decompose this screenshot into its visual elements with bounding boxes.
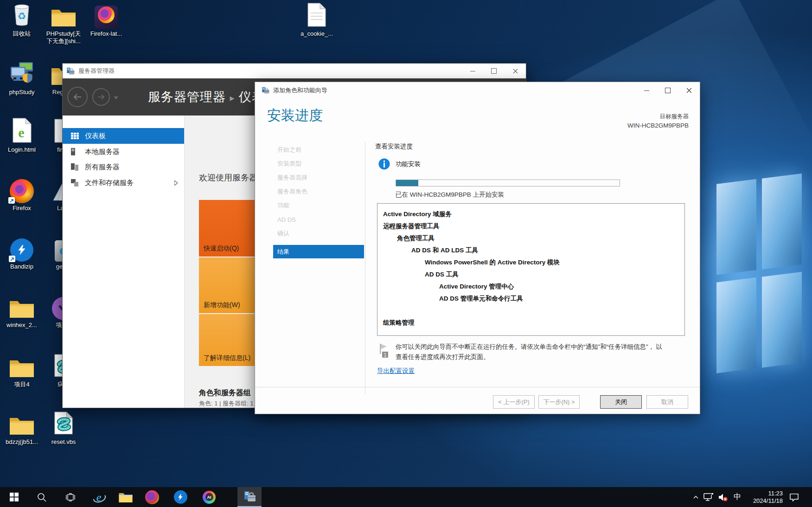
start-button[interactable] <box>3 487 25 507</box>
step-features[interactable]: 功能 <box>277 200 289 211</box>
icon-label: Login.html <box>2 146 42 154</box>
desktop-icon-xiangmu4-folder[interactable]: 项目4 <box>2 354 42 388</box>
step-ad-ds[interactable]: AD DS <box>277 214 296 225</box>
sidebar-item-label: 仪表板 <box>85 132 106 141</box>
sidebar-item-file-storage-services[interactable]: 文件和存储服务 <box>63 175 184 191</box>
result-item: 远程服务器管理工具 <box>377 220 684 232</box>
info-icon <box>378 158 390 172</box>
server-icon <box>71 148 79 155</box>
tray-network-button[interactable] <box>701 487 716 507</box>
icon-label: bdzzj(jb51... <box>2 438 42 446</box>
network-icon <box>703 493 714 501</box>
sidebar-item-local-server[interactable]: 本地服务器 <box>63 144 184 160</box>
icon-label: winhex_2... <box>2 321 42 329</box>
desktop-icon-winhex-folder[interactable]: winhex_2... <box>2 295 42 329</box>
wizard-note-line1: 你可以关闭此向导而不中断正在运行的任务。请依次单击命令栏中的“通知”和“任务详细… <box>396 343 662 351</box>
result-item: AD DS 管理单元和命令行工具 <box>377 293 684 305</box>
wizard-note-line2: 查看任务进度或再次打开此页面。 <box>396 353 490 361</box>
close-icon <box>513 69 518 74</box>
result-item: AD DS 工具 <box>377 269 684 281</box>
forward-button[interactable] <box>92 88 110 106</box>
step-server-roles[interactable]: 服务器角色 <box>277 186 307 197</box>
desktop-icon-phpstudy-folder[interactable]: PHPstudy[天下无鱼][shi... <box>44 4 83 45</box>
server-manager-icon <box>66 67 75 75</box>
result-item: Windows PowerShell 的 Active Directory 模块 <box>377 257 684 269</box>
wizard-heading: 安装进度 <box>267 106 323 125</box>
roles-groups-heading: 角色和服务器组 <box>199 388 251 398</box>
step-installation-type[interactable]: 安装类型 <box>277 158 301 169</box>
cancel-button[interactable]: 取消 <box>646 395 688 409</box>
export-settings-link[interactable]: 导出配置设置 <box>377 367 415 375</box>
taskbar-server-manager-button[interactable] <box>237 487 262 507</box>
install-started-text: 已在 WIN-HCB2GM9PBPB 上开始安装 <box>396 191 504 199</box>
desktop-icon-recycle-bin[interactable]: ♻ 回收站 <box>2 4 42 38</box>
desktop: ♻ 回收站 PHPstudy[天下无鱼][shi... Firefox-lat.… <box>0 0 812 507</box>
tray-show-hidden-button[interactable] <box>689 487 702 507</box>
desktop-icon-login-html[interactable]: e Login.html <box>2 120 42 154</box>
action-center-button[interactable] <box>785 487 803 507</box>
maximize-button[interactable] <box>657 82 678 99</box>
clock-time: 11:23 <box>753 490 783 497</box>
step-confirmation[interactable]: 确认 <box>277 228 289 239</box>
desktop-icon-bandizip[interactable]: Bandizip <box>2 237 42 270</box>
expand-arrow-icon[interactable] <box>174 179 178 187</box>
wizard-icon <box>262 87 269 94</box>
bandizip-icon <box>10 238 33 262</box>
windows-logo-pane <box>762 173 802 270</box>
icon-label: 回收站 <box>2 30 42 38</box>
view-progress-label: 查看安装进度 <box>375 142 413 151</box>
flag-icon: 1 <box>379 343 390 360</box>
server-manager-sidebar: 仪表板 本地服务器 所有服务器 文件和存储服务 <box>63 116 185 408</box>
wizard-titlebar: 添加角色和功能向导 <box>255 82 700 99</box>
step-server-selection[interactable]: 服务器选择 <box>277 172 307 183</box>
desktop-icon-firefox-installer[interactable]: Firefox-lat... <box>86 4 126 38</box>
task-view-button[interactable] <box>59 487 82 507</box>
desktop-icon-a-cookie[interactable]: a_cookie_... <box>297 4 337 38</box>
taskbar-bandizip-button[interactable] <box>169 487 192 507</box>
windows-logo-pane <box>762 272 802 368</box>
taskbar-ie-button[interactable]: e <box>88 487 110 507</box>
taskbar-explorer-button[interactable] <box>115 487 137 507</box>
firefox-installer-icon <box>95 6 118 29</box>
minimize-button[interactable] <box>462 64 483 78</box>
taskbar-ai-app-button[interactable]: AI <box>198 487 220 507</box>
next-button[interactable]: 下一步(N) > <box>538 395 580 409</box>
server-manager-titlebar: 服务器管理器 <box>63 64 526 78</box>
target-server-label: 目标服务器 <box>627 113 689 121</box>
firefox-icon <box>10 179 34 203</box>
sidebar-item-dashboard[interactable]: 仪表板 <box>63 128 184 144</box>
breadcrumb-root[interactable]: 服务器管理器 <box>148 90 226 104</box>
close-button[interactable] <box>678 82 700 99</box>
close-wizard-button[interactable]: 关闭 <box>600 395 642 409</box>
tray-volume-button[interactable] <box>716 487 730 507</box>
desktop-icon-firefox[interactable]: Firefox <box>2 178 42 212</box>
back-button[interactable] <box>67 87 88 107</box>
icon-label: a_cookie_... <box>297 30 337 38</box>
breadcrumb-separator-icon: ▸ <box>230 93 235 103</box>
desktop-icon-reset-vbs[interactable]: reset.vbs <box>44 412 83 446</box>
step-before-you-begin[interactable]: 开始之前 <box>277 144 301 155</box>
search-button[interactable] <box>31 487 53 507</box>
sidebar-item-all-servers[interactable]: 所有服务器 <box>63 159 184 175</box>
taskbar-firefox-button[interactable] <box>141 487 163 507</box>
footer-divider <box>255 387 700 387</box>
sidebar-item-label: 所有服务器 <box>85 163 120 172</box>
folder-icon <box>9 416 34 437</box>
folder-icon <box>9 299 34 320</box>
phpstudy-icon <box>9 61 35 87</box>
previous-button[interactable]: < 上一步(P) <box>493 395 535 409</box>
step-results-selected[interactable]: 结果 <box>273 245 364 258</box>
result-item: 组策略管理 <box>377 317 684 329</box>
maximize-button[interactable] <box>483 64 505 78</box>
taskbar-clock[interactable]: 11:23 2024/11/18 <box>753 487 783 507</box>
tray-ime-button[interactable]: 中 <box>730 487 745 507</box>
close-button[interactable] <box>505 64 526 78</box>
minimize-icon <box>470 71 475 71</box>
nav-dropdown-caret-icon[interactable] <box>114 93 118 101</box>
desktop-icon-phpstudy-app[interactable]: phpStudy <box>2 62 42 96</box>
minimize-button[interactable] <box>636 82 657 99</box>
target-server-name: WIN-HCB2GM9PBPB <box>627 122 689 129</box>
close-icon <box>686 88 692 93</box>
icon-label: reset.vbs <box>44 438 83 446</box>
desktop-icon-bdzzj-folder[interactable]: bdzzj(jb51... <box>2 412 42 446</box>
